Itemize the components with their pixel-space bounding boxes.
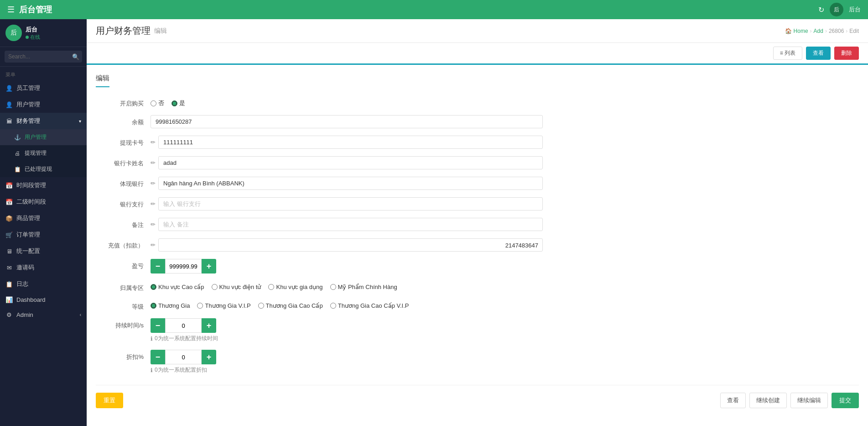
sidebar-item-user[interactable]: 👤 用户管理	[0, 96, 87, 113]
form-row-open-purchase: 开启购买 否 是	[96, 96, 859, 108]
delete-button[interactable]: 删除	[834, 47, 859, 60]
form-section-title: 编辑	[96, 74, 109, 87]
calendar-icon: 📅	[5, 182, 13, 189]
edit-icon4[interactable]: ✏	[151, 200, 156, 207]
duration-hint: ℹ 0为统一系统配置持续时间	[151, 335, 543, 342]
form-row-level: 等级 Thương Gia Thương Gia V.I.P Thương Gi…	[96, 300, 859, 311]
region-radio-group: Khu vực Cao cấp Khu vực điện tử Khu vực …	[151, 281, 543, 290]
sidebar-item-log[interactable]: 📋 日志	[0, 276, 87, 292]
sidebar-item-admin[interactable]: ⚙ Admin ‹	[0, 307, 87, 322]
discount-stepper: − +	[151, 350, 543, 364]
sidebar-item-dashboard[interactable]: 📊 Dashboard	[0, 292, 87, 307]
top-header: ☰ 后台管理 ↻ 后 后台	[0, 0, 868, 19]
duration-plus[interactable]: +	[202, 318, 216, 333]
withdrawal-card-input[interactable]	[158, 136, 543, 149]
info-icon2: ℹ	[151, 367, 153, 373]
profit-loss-input[interactable]	[165, 259, 202, 273]
radio-no[interactable]: 否	[151, 99, 164, 107]
discount-input[interactable]	[165, 350, 202, 364]
radio-household[interactable]: Khu vực gia dụng	[268, 284, 322, 290]
form-row-remark: 备注 ✏	[96, 218, 859, 231]
radio-merchant-vip[interactable]: Thương Gia V.I.P	[197, 302, 250, 309]
sidebar-item-config[interactable]: 🖥 统一配置	[0, 243, 87, 259]
edit-icon6[interactable]: ✏	[151, 242, 156, 248]
radio-digital[interactable]: Khu vực điện tử	[212, 284, 261, 290]
continue-edit-button[interactable]: 继续编辑	[790, 393, 828, 408]
breadcrumb-id: 26806	[829, 28, 844, 34]
bank-branch-input[interactable]	[158, 197, 543, 210]
radio-merchant-premium[interactable]: Thương Gia Cao Cấp	[258, 302, 323, 309]
sidebar-item-withdrawal[interactable]: 🖨 提现管理	[0, 145, 87, 161]
page-main-title: 用户财务管理	[96, 25, 151, 37]
remark-label: 备注	[96, 218, 151, 229]
remark-input[interactable]	[158, 218, 543, 231]
breadcrumb-home[interactable]: Home	[794, 28, 808, 34]
sidebar-item-invite[interactable]: ✉ 邀请码	[0, 259, 87, 276]
withdrawal-card-label: 提现卡号	[96, 136, 151, 147]
reset-button[interactable]: 重置	[96, 393, 123, 408]
form-row-discount: 折扣% − + ℹ 0为统一系统配置折扣	[96, 350, 859, 374]
user-icon: 👤	[5, 101, 13, 108]
chevron-down-icon: ▾	[79, 119, 81, 124]
withdrawal-icon: 🖨	[14, 150, 21, 157]
form-row-bank: 体现银行 ✏	[96, 177, 859, 190]
bank-name-input[interactable]	[158, 156, 543, 169]
balance-input[interactable]	[151, 115, 543, 128]
breadcrumb-add[interactable]: Add	[814, 28, 823, 34]
radio-merchant-premium-vip[interactable]: Thương Gia Cao Cấp V.I.P	[330, 302, 409, 309]
form-area: 编辑 开启购买 否 是 余额	[87, 65, 868, 426]
list-button[interactable]: ≡ 列表	[773, 47, 802, 60]
sidebar-item-finance[interactable]: 🏛 财务管理 ▾	[0, 113, 87, 129]
region-label: 归属专区	[96, 281, 151, 292]
sidebar-item-processed[interactable]: 📋 已处理提现	[0, 161, 87, 177]
sidebar-item-product[interactable]: 📦 商品管理	[0, 210, 87, 226]
balance-label: 余额	[96, 115, 151, 126]
app-title: 后台管理	[19, 4, 52, 15]
radio-merchant[interactable]: Thương Gia	[151, 302, 190, 309]
sidebar-item-order[interactable]: 🛒 订单管理	[0, 226, 87, 243]
order-icon: 🛒	[5, 231, 13, 238]
form-row-withdrawal-card: 提现卡号 ✏	[96, 136, 859, 149]
discount-minus[interactable]: −	[151, 350, 165, 364]
profit-loss-minus[interactable]: −	[151, 259, 165, 273]
refresh-icon[interactable]: ↻	[818, 5, 824, 14]
charge-input[interactable]	[158, 238, 543, 252]
charge-label: 充值（扣款）	[96, 238, 151, 250]
admin-icon: ⚙	[5, 311, 13, 318]
open-purchase-radio-group: 否 是	[151, 96, 543, 107]
sidebar-item-timeperiod[interactable]: 📅 时间段管理	[0, 177, 87, 194]
config-icon: 🖥	[5, 248, 13, 255]
sidebar-item-timeperiod2[interactable]: 📅 二级时间段	[0, 194, 87, 210]
footer-view-button[interactable]: 查看	[720, 393, 746, 408]
search-icon[interactable]: 🔍	[72, 53, 79, 60]
profit-loss-plus[interactable]: +	[202, 259, 216, 273]
breadcrumb: 🏠 Home › Add › 26806 › Edit	[785, 28, 859, 34]
duration-input[interactable]	[165, 318, 202, 333]
form-row-region: 归属专区 Khu vực Cao cấp Khu vực điện tử Khu…	[96, 281, 859, 292]
bank-name-label: 银行卡姓名	[96, 156, 151, 168]
page-sub-title: 编辑	[154, 27, 167, 35]
calendar2-icon: 📅	[5, 199, 13, 205]
discount-plus[interactable]: +	[202, 350, 216, 364]
radio-yes[interactable]: 是	[172, 99, 185, 107]
view-button[interactable]: 查看	[806, 47, 831, 60]
finance-submenu: ⚓ 用户管理 🖨 提现管理 📋 已处理提现	[0, 129, 87, 177]
sidebar-item-staff[interactable]: 👤 员工管理	[0, 80, 87, 96]
radio-cosmetics[interactable]: Mỹ Phẩm Chính Hàng	[330, 284, 397, 290]
submit-button[interactable]: 提交	[832, 393, 859, 408]
profit-loss-stepper: − +	[151, 259, 543, 273]
continue-create-button[interactable]: 继续创建	[749, 393, 787, 408]
search-input[interactable]	[5, 51, 82, 63]
chevron-left-icon: ‹	[80, 312, 81, 317]
sidebar-item-user-mgmt[interactable]: ⚓ 用户管理	[0, 129, 87, 145]
hamburger-icon[interactable]: ☰	[7, 5, 15, 15]
level-label: 等级	[96, 300, 151, 311]
bank-input[interactable]	[158, 177, 543, 190]
radio-high[interactable]: Khu vực Cao cấp	[151, 284, 204, 290]
edit-icon2[interactable]: ✏	[151, 159, 156, 166]
duration-label: 持续时间/s	[96, 318, 151, 330]
edit-icon5[interactable]: ✏	[151, 221, 156, 228]
edit-icon[interactable]: ✏	[151, 139, 156, 146]
edit-icon3[interactable]: ✏	[151, 180, 156, 187]
duration-minus[interactable]: −	[151, 318, 165, 333]
